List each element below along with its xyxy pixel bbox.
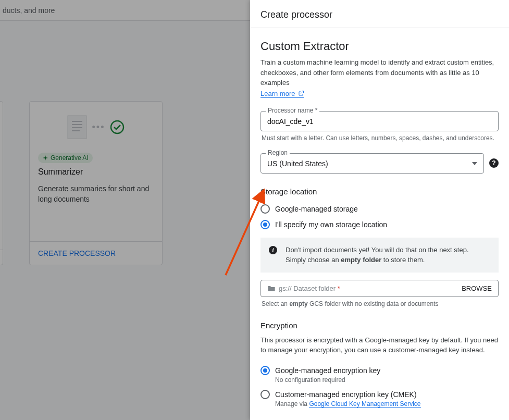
- section-title: Custom Extractor: [260, 40, 499, 53]
- region-value: US (United States): [267, 159, 328, 168]
- radio-icon: [260, 390, 270, 399]
- region-select[interactable]: US (United States): [260, 153, 484, 174]
- help-icon[interactable]: ?: [489, 158, 499, 168]
- learn-more-link[interactable]: Learn more: [260, 90, 304, 98]
- drawer-title: Create processor: [250, 0, 509, 28]
- radio-google-managed-storage[interactable]: Google-managed storage: [260, 201, 499, 217]
- radio-google-encryption-sub: No configuration required: [275, 376, 499, 384]
- folder-icon: [267, 285, 276, 292]
- section-desc: Train a custom machine learning model to…: [260, 57, 499, 88]
- radio-own-storage[interactable]: I'll specify my own storage location: [260, 217, 499, 232]
- browse-button[interactable]: BROWSE: [462, 285, 492, 292]
- encryption-desc: This processor is encrypted with a Googl…: [260, 335, 499, 355]
- radio-icon: [260, 204, 270, 214]
- info-banner: i Don't import documents yet! You will d…: [260, 238, 499, 273]
- gcs-path-input[interactable]: gs:// Dataset folder * BROWSE: [260, 280, 499, 297]
- dropdown-arrow-icon: [472, 162, 477, 165]
- info-icon: i: [269, 246, 277, 254]
- create-processor-drawer: Create processor Custom Extractor Train …: [250, 0, 509, 420]
- encryption-heading: Encryption: [260, 321, 499, 330]
- gcs-helper: Select an empty GCS folder with no exist…: [260, 300, 499, 307]
- radio-icon: [260, 220, 270, 229]
- open-in-new-icon: [298, 90, 304, 96]
- radio-cmek-sub: Manage via Google Cloud Key Management S…: [275, 400, 499, 407]
- processor-name-helper: Must start with a letter. Can use letter…: [260, 134, 499, 142]
- storage-heading: Storage location: [260, 187, 499, 196]
- processor-name-label: Processor name *: [266, 107, 319, 114]
- region-label: Region: [266, 149, 290, 156]
- radio-icon: [260, 366, 270, 375]
- kms-link[interactable]: Google Cloud Key Management Service: [309, 400, 420, 408]
